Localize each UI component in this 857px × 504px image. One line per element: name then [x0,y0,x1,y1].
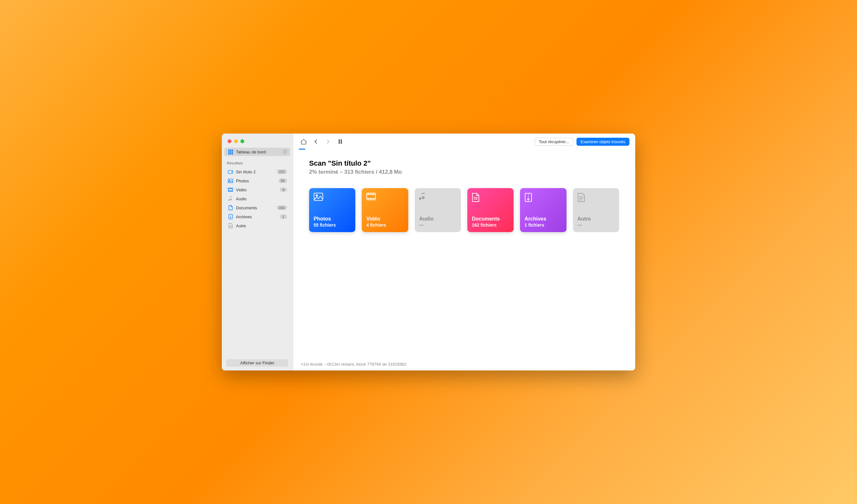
count-badge: 4 [280,187,287,192]
review-found-button[interactable]: Examiner objets trouvés [576,138,629,146]
sidebar: Tableau de bord Résultats Sin título 2 2… [222,134,293,370]
document-icon [228,205,233,210]
svg-rect-4 [230,151,231,152]
card-title: Photos [314,216,351,222]
sidebar-item-dashboard[interactable]: Tableau de bord [224,148,290,156]
svg-rect-37 [314,193,323,201]
sidebar-item-label: Vidéo [236,187,280,192]
card-subtitle: 1 fichiers [524,222,562,228]
video-icon [228,187,233,192]
svg-line-10 [286,151,286,151]
card-subtitle: 55 fichiers [314,222,351,228]
svg-rect-8 [232,153,233,154]
card-archives[interactable]: Archives 1 fichiers [520,188,566,232]
card-subtitle: 162 fichiers [472,222,509,228]
photo-icon [228,178,233,183]
count-badge: 222 [277,169,287,174]
pause-button[interactable] [335,137,345,146]
sidebar-item-label: Audio [236,197,287,201]
sidebar-item-label: Tableau de bord [236,150,283,154]
svg-line-16 [283,151,284,151]
svg-point-52 [528,199,529,200]
card-title: Audio [419,216,456,222]
sidebar-item-label: Archives [236,215,280,219]
svg-rect-36 [341,139,342,144]
forward-button[interactable] [323,137,333,146]
minimize-window-button[interactable] [234,139,238,143]
sidebar-item-photos[interactable]: Photos 55 [224,177,290,185]
status-bar: <1m écoulé, ~0h13m restant, block 779794… [293,358,635,370]
back-button[interactable] [311,137,321,146]
card-subtitle: — [577,222,615,228]
svg-line-12 [286,153,286,153]
svg-rect-2 [232,150,233,151]
sidebar-item-archives[interactable]: Archives 1 [224,213,290,221]
audio-icon [228,196,233,201]
sidebar-item-label: Autre [236,223,287,228]
home-button[interactable] [299,137,308,146]
sidebar-item-video[interactable]: Vidéo 4 [224,186,290,194]
drive-icon [228,169,233,174]
card-other[interactable]: Autre — [573,188,619,232]
photo-icon [314,192,351,204]
archive-icon [524,192,562,204]
card-photos[interactable]: Photos 55 fichiers [309,188,355,232]
spinner-icon [283,150,287,154]
card-video[interactable]: Vidéo 4 fichiers [362,188,408,232]
count-badge: 162 [277,205,287,210]
category-cards: Photos 55 fichiers Vidéo 4 fichiers [309,188,619,232]
audio-icon [419,192,456,204]
card-audio[interactable]: Audio — [415,188,461,232]
card-title: Autre [577,216,615,222]
card-subtitle: — [419,222,456,228]
svg-point-38 [316,195,318,197]
sidebar-section-results: Résultats [222,158,293,166]
svg-rect-0 [228,150,230,151]
card-title: Vidéo [366,216,403,222]
content-area: Scan "Sin título 2" 2% terminé – 313 fic… [293,150,635,358]
page-title: Scan "Sin título 2" [309,159,619,168]
svg-point-32 [230,217,231,218]
svg-point-18 [232,171,232,172]
svg-rect-35 [339,139,340,144]
sidebar-item-label: Photos [236,179,279,183]
card-title: Documents [472,216,509,222]
archive-icon [228,214,233,219]
count-badge: 55 [279,179,287,183]
close-window-button[interactable] [228,139,231,143]
main-content: Tout récupérer... Examiner objets trouvé… [293,134,635,370]
tab-indicator [299,149,305,150]
file-icon [577,192,615,204]
sidebar-item-audio[interactable]: Audio [224,195,290,203]
window-controls [222,134,293,146]
sidebar-item-other[interactable]: Autre [224,221,290,230]
sidebar-item-label: Sin título 2 [236,169,277,174]
svg-rect-7 [230,153,231,154]
svg-point-20 [229,180,230,180]
app-window: Tableau de bord Résultats Sin título 2 2… [222,134,635,370]
video-icon [366,192,403,204]
show-in-finder-button[interactable]: Afficher sur Finder [226,359,288,367]
svg-rect-1 [230,150,231,151]
grid-icon [228,149,233,154]
document-icon [472,192,509,204]
count-badge: 1 [280,215,287,219]
card-title: Archives [524,216,562,222]
card-documents[interactable]: Documents 162 fichiers [467,188,514,232]
page-subtitle: 2% terminé – 313 fichiers / 412,8 Mo [309,169,619,175]
sidebar-item-label: Documents [236,205,277,210]
file-icon [228,223,233,228]
svg-rect-6 [228,153,230,154]
toolbar: Tout récupérer... Examiner objets trouvé… [293,134,635,150]
recover-all-button[interactable]: Tout récupérer... [535,138,573,146]
svg-rect-3 [228,151,230,152]
sidebar-item-drive[interactable]: Sin título 2 222 [224,168,290,176]
fullscreen-window-button[interactable] [240,139,244,143]
sidebar-item-documents[interactable]: Documents 162 [224,203,290,212]
svg-rect-5 [232,151,233,152]
card-subtitle: 4 fichiers [366,222,403,228]
svg-line-14 [283,153,284,153]
